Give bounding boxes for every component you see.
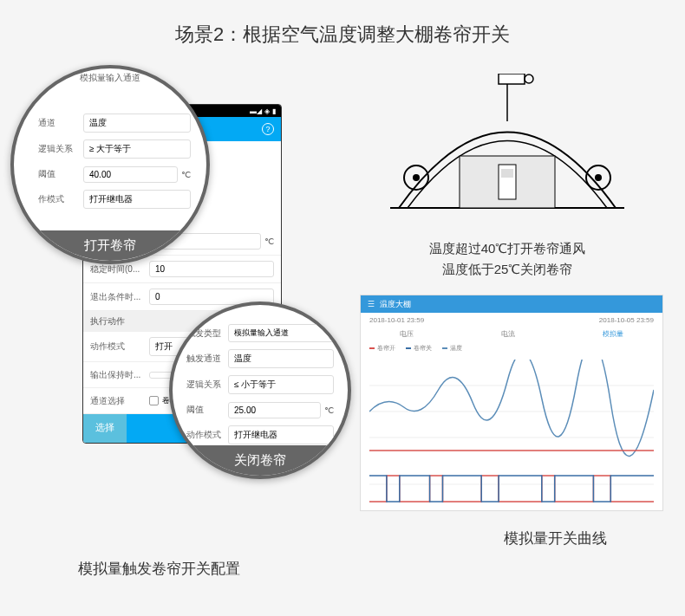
b1-thr-input[interactable]: 40.00 — [83, 166, 178, 183]
exit-label: 退出条件时... — [90, 291, 149, 303]
greenhouse-diagram — [382, 74, 633, 230]
signal-icon: ▬◢ — [250, 107, 262, 115]
stable-input[interactable]: 10 — [149, 261, 274, 277]
b2-ch-label: 触发通道 — [186, 353, 228, 365]
b2-logic-label: 逻辑关系 — [186, 379, 228, 391]
b1-mode-label: 作模式 — [38, 193, 83, 205]
mode-label: 动作模式 — [90, 340, 149, 353]
bubble1-header: 模拟量输入通道 — [14, 68, 206, 86]
stable-label: 稳定时间(0... — [90, 263, 149, 276]
wifi-icon: ◈ — [264, 107, 270, 115]
b2-thr-unit: ℃ — [324, 405, 334, 415]
gh-line1: 温度超过40℃打开卷帘通风 — [382, 238, 633, 259]
chart-header: ☰ 温度大棚 — [361, 295, 662, 313]
chart-caption: 模拟量开关曲线 — [504, 528, 607, 548]
legend-temp: 温度 — [450, 344, 462, 353]
b1-thr-unit: ℃ — [181, 170, 191, 179]
chart-title: 温度大棚 — [380, 299, 411, 310]
greenhouse-caption: 温度超过40℃打开卷帘通风 温度低于25℃关闭卷帘 — [382, 238, 633, 280]
select-button[interactable]: 选择 — [83, 414, 127, 443]
gh-line2: 温度低于25℃关闭卷帘 — [382, 259, 633, 280]
hold-label: 输出保持时... — [90, 369, 149, 381]
threshold-unit: ℃ — [264, 237, 274, 246]
tab-voltage[interactable]: 电压 — [400, 329, 414, 339]
svg-rect-3 — [501, 169, 513, 178]
tab-current[interactable]: 电流 — [501, 329, 515, 339]
b2-mode-input[interactable]: 打开继电器 — [228, 425, 334, 444]
date-start[interactable]: 2018-10-01 23:59 — [369, 316, 424, 324]
svg-point-7 — [595, 174, 602, 181]
b2-ch-input[interactable]: 温度 — [228, 349, 334, 368]
b2-logic-input[interactable]: ≤ 小于等于 — [228, 375, 334, 394]
chart-legend: 卷帘开 卷帘关 温度 — [361, 340, 662, 356]
chart-body — [369, 360, 654, 464]
zoom-bubble-open: 模拟量输入通道 通道温度 逻辑关系≥ 大于等于 阈值40.00℃ 作模式打开继电… — [10, 65, 210, 264]
zoom-bubble-close: 触发类型模拟量输入通道 触发通道温度 逻辑关系≤ 小于等于 阈值25.00℃ 动… — [169, 302, 351, 479]
menu-icon[interactable]: ☰ — [368, 300, 375, 308]
b1-thr-label: 阈值 — [38, 168, 83, 180]
svg-point-10 — [525, 75, 533, 83]
b1-logic-label: 逻辑关系 — [38, 143, 83, 155]
chart-dates: 2018-10-01 23:59 2018-10-05 23:59 — [361, 313, 662, 327]
b1-logic-input[interactable]: ≥ 大于等于 — [83, 139, 191, 159]
legend-open: 卷帘开 — [377, 344, 395, 353]
chart-panel: ☰ 温度大棚 2018-10-01 23:59 2018-10-05 23:59… — [360, 295, 663, 511]
b1-ch-input[interactable]: 温度 — [83, 113, 191, 133]
checkbox-open[interactable] — [149, 396, 159, 405]
b2-thr-input[interactable]: 25.00 — [228, 402, 321, 418]
svg-rect-9 — [499, 74, 525, 84]
chart-tabs: 电压 电流 模拟量 — [361, 327, 662, 340]
left-caption: 模拟量触发卷帘开关配置 — [78, 559, 240, 579]
b2-thr-label: 阈值 — [186, 404, 228, 416]
help-icon[interactable]: ? — [262, 123, 274, 135]
chart-switch — [369, 467, 654, 510]
b2-type-input[interactable]: 模拟量输入通道 — [228, 324, 334, 342]
page-title: 场景2：根据空气温度调整大棚卷帘开关 — [0, 0, 685, 65]
channel-label: 通道选择 — [90, 395, 149, 407]
b1-mode-input[interactable]: 打开继电器 — [83, 190, 191, 209]
battery-icon: ▮ — [272, 107, 276, 115]
b2-mode-label: 动作模式 — [186, 429, 228, 441]
tab-analog[interactable]: 模拟量 — [603, 329, 623, 339]
bubble2-caption: 关闭卷帘 — [173, 445, 348, 476]
svg-point-5 — [413, 174, 420, 181]
legend-close: 卷帘关 — [414, 344, 432, 353]
date-end[interactable]: 2018-10-05 23:59 — [599, 316, 654, 324]
b1-ch-label: 通道 — [38, 117, 83, 129]
